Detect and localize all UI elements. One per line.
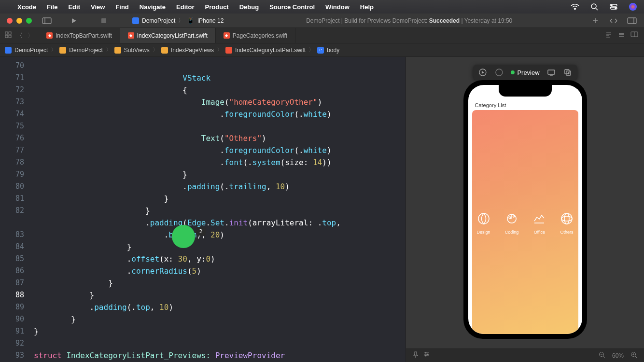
control-center-icon[interactable] [609, 2, 618, 11]
swift-file-icon: ◆ [46, 32, 53, 39]
office-icon [533, 212, 546, 225]
selectable-preview-button[interactable] [494, 68, 504, 77]
scheme-selector[interactable]: DemoProject 〉 📱 iPhone 12 [127, 15, 228, 26]
related-items-button[interactable] [5, 31, 12, 40]
add-editor-button[interactable] [590, 15, 601, 26]
menu-edit[interactable]: Edit [68, 3, 80, 11]
category-coding[interactable]: Coding [505, 212, 519, 235]
swift-file-icon: ◆ [224, 32, 230, 39]
menu-debug[interactable]: Debug [239, 3, 259, 11]
code-review-button[interactable] [608, 15, 619, 26]
app-menu[interactable]: Xcode [17, 3, 36, 11]
live-preview-button[interactable] [477, 68, 487, 77]
macos-menubar: Xcode File Edit View Find Navigate Edito… [0, 0, 644, 14]
wifi-icon[interactable] [571, 2, 579, 11]
add-editor-pane-button[interactable] [630, 31, 638, 40]
breadcrumb-item[interactable]: DemoProject [14, 47, 48, 54]
build-status: DemoProject | Build for Previews DemoPro… [233, 17, 585, 24]
breadcrumb-item[interactable]: IndexPageViews [171, 47, 214, 54]
phone-notch [499, 85, 552, 97]
svg-point-45 [425, 355, 427, 357]
device-settings-button[interactable] [546, 68, 556, 77]
svg-line-48 [603, 356, 605, 358]
svg-point-38 [561, 216, 572, 221]
swift-file-icon [225, 47, 232, 54]
svg-point-0 [574, 9, 575, 10]
breadcrumb-item[interactable]: body [327, 47, 339, 54]
folder-icon [161, 47, 168, 54]
code-content[interactable]: VStack { Image("homeCategoryOther") .for… [29, 57, 406, 362]
canvas-preview-panel: Preview Category List Design [406, 57, 644, 362]
svg-rect-17 [9, 35, 11, 38]
menu-editor[interactable]: Editor [176, 3, 195, 11]
svg-rect-12 [628, 18, 636, 24]
category-label: Office [534, 230, 545, 235]
menu-source-control[interactable]: Source Control [269, 3, 315, 11]
menu-find[interactable]: Find [115, 3, 128, 11]
cursor-indicator-icon [172, 225, 195, 248]
menu-window[interactable]: Window [325, 3, 350, 11]
menu-view[interactable]: View [91, 3, 105, 11]
zoom-in-button[interactable] [630, 351, 637, 360]
property-icon: P [317, 47, 324, 54]
preview-toolbar: Preview [473, 65, 577, 80]
toggle-navigator-button[interactable] [42, 15, 52, 26]
svg-rect-14 [5, 32, 8, 34]
duplicate-preview-button[interactable] [563, 68, 573, 77]
editor-options-button[interactable] [618, 31, 625, 40]
line-gutter: 7071727374 7576777879 808182 838485 8687… [0, 57, 29, 362]
nav-forward-button[interactable]: 〉 [28, 31, 34, 40]
category-design[interactable]: Design [477, 212, 490, 235]
siri-icon[interactable] [629, 2, 637, 11]
tab-indexcategorylist[interactable]: ◆ IndexCategoryListPart.swift [120, 28, 216, 43]
folder-icon [59, 47, 66, 54]
others-icon [560, 212, 573, 225]
tab-pagecategories[interactable]: ◆ PageCategories.swift [216, 28, 295, 43]
menu-help[interactable]: Help [360, 3, 374, 11]
category-label: Design [477, 230, 490, 235]
breadcrumb-item[interactable]: DemoProject [69, 47, 102, 54]
close-window-button[interactable] [7, 18, 13, 24]
category-office[interactable]: Office [533, 212, 546, 235]
svg-rect-15 [9, 32, 11, 34]
tab-label: IndexCategoryListPart.swift [137, 32, 208, 39]
nav-back-button[interactable]: 〈 [16, 31, 23, 40]
zoom-level[interactable]: 60% [612, 352, 624, 359]
svg-line-2 [596, 8, 598, 10]
tab-indextopbar[interactable]: ◆ IndexTopBarPart.swift [39, 28, 120, 43]
svg-point-35 [478, 213, 489, 224]
spotlight-icon[interactable] [590, 2, 599, 11]
svg-point-39 [564, 213, 569, 224]
breadcrumb-item[interactable]: SubViews [124, 47, 150, 54]
zoom-out-button[interactable] [599, 351, 605, 360]
preview-status: Preview [510, 69, 539, 76]
stop-button[interactable] [98, 15, 109, 26]
code-editor[interactable]: 7071727374 7576777879 808182 838485 8687… [0, 57, 406, 362]
svg-point-44 [427, 354, 429, 355]
scheme-target-label: DemoProject [142, 17, 175, 24]
category-others[interactable]: Others [560, 212, 573, 235]
swift-file-icon: ◆ [128, 32, 134, 39]
jump-bar[interactable]: DemoProject〉 DemoProject〉 SubViews〉 Inde… [0, 43, 644, 57]
phone-screen[interactable]: Category List Design Coding [468, 85, 582, 334]
minimap-toggle-button[interactable] [605, 31, 612, 40]
folder-icon [114, 47, 121, 54]
breadcrumb-item[interactable]: IndexCategoryListPart.swift [235, 47, 306, 54]
menu-navigate[interactable]: Navigate [140, 3, 166, 11]
svg-line-52 [635, 356, 637, 358]
tab-label: IndexTopBarPart.swift [56, 32, 112, 39]
category-label: Coding [505, 230, 519, 235]
project-icon [5, 47, 12, 54]
svg-point-4 [611, 5, 613, 6]
preview-settings-button[interactable] [423, 351, 430, 360]
scheme-device-label: iPhone 12 [197, 17, 224, 24]
menu-product[interactable]: Product [205, 3, 229, 11]
pin-preview-button[interactable] [413, 351, 419, 360]
run-button[interactable] [69, 15, 79, 26]
minimize-window-button[interactable] [16, 18, 22, 24]
toggle-inspector-button[interactable] [627, 15, 637, 26]
menu-file[interactable]: File [47, 3, 57, 11]
fullscreen-window-button[interactable] [26, 18, 32, 24]
main-area: 7071727374 7576777879 808182 838485 8687… [0, 57, 644, 362]
svg-point-37 [561, 213, 572, 224]
